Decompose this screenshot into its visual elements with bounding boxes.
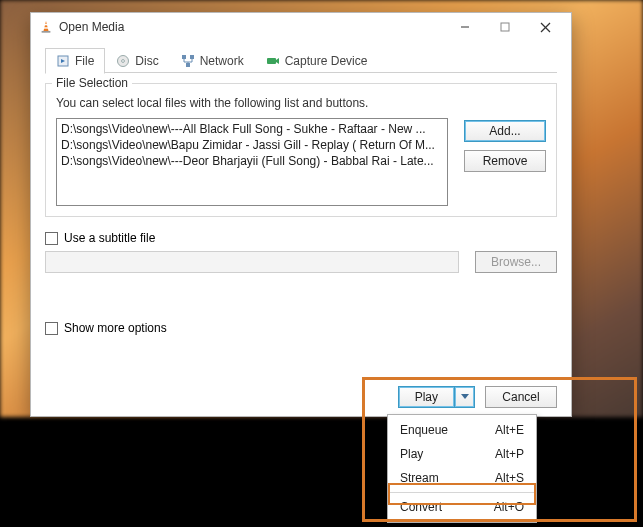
video-black-bar bbox=[0, 417, 643, 527]
vlc-cone-icon bbox=[39, 20, 53, 34]
play-button[interactable]: Play bbox=[398, 386, 455, 408]
list-item[interactable]: D:\songs\Video\new\---Deor Bharjayii (Fu… bbox=[61, 153, 443, 169]
svg-rect-12 bbox=[182, 55, 186, 59]
menu-shortcut: Alt+O bbox=[494, 499, 524, 515]
play-dropdown-arrow[interactable] bbox=[455, 386, 475, 408]
tab-disc[interactable]: Disc bbox=[105, 47, 169, 73]
show-more-options-label: Show more options bbox=[64, 321, 167, 335]
group-legend: File Selection bbox=[52, 76, 132, 90]
tab-network[interactable]: Network bbox=[170, 47, 255, 73]
svg-rect-14 bbox=[186, 63, 190, 67]
add-button[interactable]: Add... bbox=[464, 120, 546, 142]
capture-icon bbox=[266, 54, 280, 68]
svg-rect-5 bbox=[501, 23, 509, 31]
list-item[interactable]: D:\songs\Video\new\Bapu Zimidar - Jassi … bbox=[61, 137, 443, 153]
open-media-dialog: Open Media File Disc Network bbox=[30, 12, 572, 417]
file-selection-group: File Selection You can select local file… bbox=[45, 83, 557, 217]
menu-label: Play bbox=[400, 446, 495, 462]
menu-label: Stream bbox=[400, 470, 495, 486]
button-label: Cancel bbox=[502, 390, 539, 404]
button-label: Play bbox=[415, 390, 438, 404]
svg-rect-2 bbox=[44, 24, 48, 25]
window-title: Open Media bbox=[59, 20, 445, 34]
close-button[interactable] bbox=[525, 15, 565, 39]
use-subtitle-label: Use a subtitle file bbox=[64, 231, 155, 245]
menu-shortcut: Alt+E bbox=[495, 422, 524, 438]
titlebar: Open Media bbox=[31, 13, 571, 41]
play-dropdown-menu: Enqueue Alt+E Play Alt+P Stream Alt+S Co… bbox=[387, 414, 537, 523]
list-item[interactable]: D:\songs\Video\new\---All Black Full Son… bbox=[61, 121, 443, 137]
menu-label: Convert bbox=[400, 499, 494, 515]
file-listbox[interactable]: D:\songs\Video\new\---All Black Full Son… bbox=[56, 118, 448, 206]
menu-shortcut: Alt+P bbox=[495, 446, 524, 462]
disc-icon bbox=[116, 54, 130, 68]
menu-item-convert[interactable]: Convert Alt+O bbox=[388, 495, 536, 519]
minimize-button[interactable] bbox=[445, 15, 485, 39]
source-tabs: File Disc Network Capture Device bbox=[45, 47, 557, 73]
network-icon bbox=[181, 54, 195, 68]
maximize-button[interactable] bbox=[485, 15, 525, 39]
svg-rect-15 bbox=[267, 58, 276, 64]
cancel-button[interactable]: Cancel bbox=[485, 386, 557, 408]
menu-item-enqueue[interactable]: Enqueue Alt+E bbox=[388, 418, 536, 442]
button-label: Remove bbox=[483, 154, 528, 168]
svg-marker-0 bbox=[43, 21, 48, 32]
play-split-button[interactable]: Play bbox=[398, 386, 475, 408]
tab-label: Capture Device bbox=[285, 54, 368, 68]
svg-rect-1 bbox=[42, 31, 51, 33]
subtitle-path-input bbox=[45, 251, 459, 273]
menu-label: Enqueue bbox=[400, 422, 495, 438]
svg-point-11 bbox=[122, 59, 125, 62]
svg-rect-3 bbox=[44, 27, 49, 28]
menu-separator bbox=[390, 492, 534, 493]
svg-rect-13 bbox=[190, 55, 194, 59]
tab-capture-device[interactable]: Capture Device bbox=[255, 47, 379, 73]
tab-label: Disc bbox=[135, 54, 158, 68]
button-label: Browse... bbox=[491, 255, 541, 269]
remove-button[interactable]: Remove bbox=[464, 150, 546, 172]
menu-item-stream[interactable]: Stream Alt+S bbox=[388, 466, 536, 490]
button-label: Add... bbox=[489, 124, 520, 138]
tab-label: Network bbox=[200, 54, 244, 68]
tab-label: File bbox=[75, 54, 94, 68]
browse-subtitle-button: Browse... bbox=[475, 251, 557, 273]
file-selection-hint: You can select local files with the foll… bbox=[56, 96, 546, 110]
svg-marker-16 bbox=[276, 58, 279, 64]
svg-marker-17 bbox=[461, 394, 469, 399]
file-icon bbox=[56, 54, 70, 68]
menu-shortcut: Alt+S bbox=[495, 470, 524, 486]
use-subtitle-checkbox[interactable] bbox=[45, 232, 58, 245]
show-more-options-checkbox[interactable] bbox=[45, 322, 58, 335]
tab-file[interactable]: File bbox=[45, 48, 105, 74]
menu-item-play[interactable]: Play Alt+P bbox=[388, 442, 536, 466]
